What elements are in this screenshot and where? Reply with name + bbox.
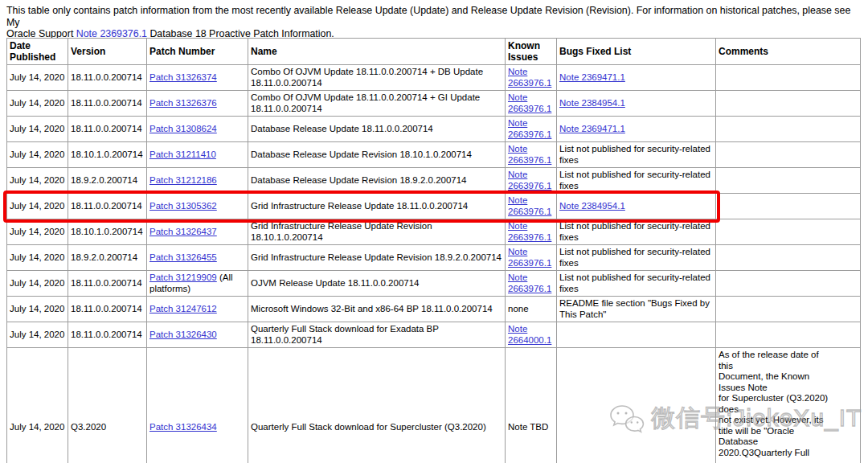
known-issues-text: none	[508, 304, 529, 313]
cell-comments	[716, 219, 861, 245]
column-header-comments: Comments	[716, 39, 861, 65]
cell-version: Q3.2020	[68, 348, 147, 463]
cell-comments	[716, 91, 861, 117]
cell-patch-number: Patch 31247612	[147, 297, 248, 322]
patch-link[interactable]: Patch 31305362	[149, 201, 217, 211]
bugs-fixed-text: README file section "Bugs Fixed by This …	[559, 298, 710, 319]
cell-date-published: July 14, 2020	[7, 271, 68, 297]
patch-link[interactable]: Patch 31326437	[149, 227, 217, 236]
column-header-name: Name	[248, 39, 506, 65]
known-issues-link[interactable]: Note 2663976.1	[508, 67, 551, 88]
cell-version: 18.11.0.0.200714	[68, 271, 147, 297]
cell-bugs-fixed: List not published for security-related …	[557, 142, 716, 168]
cell-name: Combo Of OJVM Update 18.11.0.0.200714 + …	[248, 65, 506, 91]
cell-comments	[716, 271, 861, 297]
page: This table only contains patch informati…	[0, 0, 868, 463]
table-row: July 14, 202018.11.0.0.200714Patch 31247…	[7, 297, 861, 322]
cell-patch-number: Patch 31211410	[147, 142, 248, 168]
cell-comments	[716, 322, 861, 348]
table-row: July 14, 202018.9.2.0.200714Patch 312121…	[7, 168, 861, 194]
bugs-fixed-link[interactable]: Note 2369471.1	[559, 72, 625, 82]
cell-comments: As of the release date of this Document,…	[716, 348, 861, 463]
patch-link[interactable]: Patch 31326374	[149, 72, 217, 82]
cell-name: Grid Infrastructure Release Update 18.11…	[248, 194, 506, 219]
bugs-fixed-text: List not published for security-related …	[559, 272, 710, 293]
cell-date-published: July 14, 2020	[7, 348, 68, 463]
patch-link[interactable]: Patch 31326455	[149, 252, 217, 262]
cell-name: Database Release Update 18.11.0.0.200714	[248, 117, 506, 142]
cell-date-published: July 14, 2020	[7, 322, 68, 348]
cell-comments	[716, 65, 861, 91]
patch-link[interactable]: Patch 31212186	[149, 175, 217, 185]
table-row: July 14, 202018.11.0.0.200714Patch 31326…	[7, 91, 861, 117]
column-header-known: Known Issues	[506, 39, 557, 65]
bugs-fixed-text: List not published for security-related …	[559, 170, 710, 191]
table-header-row: Date PublishedVersionPatch NumberNameKno…	[7, 39, 861, 65]
cell-date-published: July 14, 2020	[7, 65, 68, 91]
cell-date-published: July 14, 2020	[7, 245, 68, 271]
known-issues-link[interactable]: Note 2663976.1	[508, 92, 551, 113]
table-row: July 14, 202018.11.0.0.200714Patch 31326…	[7, 322, 861, 348]
cell-comments	[716, 194, 861, 219]
cell-known-issues: Note 2663976.1	[506, 91, 557, 117]
patch-link[interactable]: Patch 31326376	[149, 98, 217, 108]
cell-version: 18.10.1.0.200714	[68, 142, 147, 168]
cell-comments	[716, 142, 861, 168]
cell-bugs-fixed	[557, 348, 716, 463]
cell-version: 18.11.0.0.200714	[68, 91, 147, 117]
patch-table: Date PublishedVersionPatch NumberNameKno…	[6, 38, 861, 463]
known-issues-link[interactable]: Note 2664000.1	[508, 324, 551, 345]
patch-link[interactable]: Patch 31326434	[149, 422, 217, 432]
bugs-fixed-link[interactable]: Note 2384954.1	[559, 201, 625, 211]
cell-date-published: July 14, 2020	[7, 117, 68, 142]
bugs-fixed-text: List not published for security-related …	[559, 221, 710, 242]
cell-bugs-fixed: List not published for security-related …	[557, 245, 716, 271]
known-issues-link[interactable]: Note 2663976.1	[508, 170, 551, 191]
cell-version: 18.11.0.0.200714	[68, 322, 147, 348]
known-issues-link[interactable]: Note 2663976.1	[508, 195, 551, 216]
cell-version: 18.11.0.0.200714	[68, 117, 147, 142]
cell-known-issues: Note TBD	[506, 348, 557, 463]
bugs-fixed-link[interactable]: Note 2369471.1	[559, 124, 625, 133]
cell-bugs-fixed: List not published for security-related …	[557, 219, 716, 245]
known-issues-link[interactable]: Note 2663976.1	[508, 247, 551, 268]
cell-known-issues: none	[506, 297, 557, 322]
cell-name: Quarterly Full Stack download for Superc…	[248, 348, 506, 463]
cell-bugs-fixed	[557, 322, 716, 348]
cell-bugs-fixed: Note 2384954.1	[557, 91, 716, 117]
cell-patch-number: Patch 31326437	[147, 219, 248, 245]
cell-bugs-fixed: Note 2384954.1	[557, 194, 716, 219]
cell-known-issues: Note 2663976.1	[506, 245, 557, 271]
cell-name: OJVM Release Update 18.11.0.0.200714	[248, 271, 506, 297]
table-row: July 14, 202018.11.0.0.200714Patch 31326…	[7, 65, 861, 91]
cell-known-issues: Note 2663976.1	[506, 65, 557, 91]
known-issues-link[interactable]: Note 2663976.1	[508, 221, 551, 242]
cell-patch-number: Patch 31326374	[147, 65, 248, 91]
column-header-bugs: Bugs Fixed List	[557, 39, 716, 65]
patch-link[interactable]: Patch 31211410	[149, 150, 216, 159]
cell-name: Combo Of OJVM Update 18.11.0.0.200714 + …	[248, 91, 506, 117]
cell-bugs-fixed: README file section "Bugs Fixed by This …	[557, 297, 716, 322]
cell-patch-number: Patch 31305362	[147, 194, 248, 219]
cell-date-published: July 14, 2020	[7, 297, 68, 322]
cell-version: 18.11.0.0.200714	[68, 297, 147, 322]
cell-date-published: July 14, 2020	[7, 194, 68, 219]
table-row: July 14, 202018.11.0.0.200714Patch 31305…	[7, 194, 861, 219]
cell-bugs-fixed: List not published for security-related …	[557, 271, 716, 297]
cell-name: Quarterly Full Stack download for Exadat…	[248, 322, 506, 348]
known-issues-link[interactable]: Note 2663976.1	[508, 272, 551, 293]
cell-name: Grid Infrastructure Release Update Revis…	[248, 245, 506, 271]
patch-link[interactable]: Patch 31219909	[149, 272, 217, 282]
bugs-fixed-link[interactable]: Note 2384954.1	[559, 98, 625, 108]
cell-date-published: July 14, 2020	[7, 219, 68, 245]
cell-bugs-fixed: Note 2369471.1	[557, 117, 716, 142]
cell-version: 18.11.0.0.200714	[68, 65, 147, 91]
cell-known-issues: Note 2663976.1	[506, 271, 557, 297]
column-header-patch: Patch Number	[147, 39, 248, 65]
known-issues-link[interactable]: Note 2663976.1	[508, 118, 551, 139]
cell-date-published: July 14, 2020	[7, 91, 68, 117]
known-issues-link[interactable]: Note 2663976.1	[508, 144, 551, 165]
patch-link[interactable]: Patch 31247612	[149, 304, 217, 313]
patch-link[interactable]: Patch 31326430	[149, 330, 217, 339]
patch-link[interactable]: Patch 31308624	[149, 124, 217, 133]
